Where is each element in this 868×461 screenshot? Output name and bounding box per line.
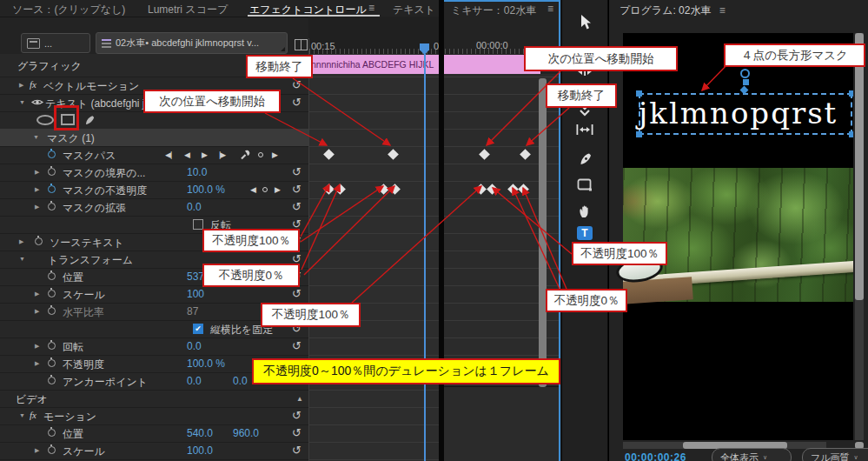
- rectangle-tool[interactable]: [577, 177, 593, 191]
- disclosure-chevron-icon[interactable]: ▶: [35, 291, 39, 297]
- add-keyframe-icon[interactable]: [262, 187, 268, 192]
- reset-parameter-icon[interactable]: ↺: [292, 287, 301, 300]
- stopwatch-icon[interactable]: [48, 446, 56, 454]
- reset-parameter-icon[interactable]: ↺: [292, 444, 301, 457]
- property-value[interactable]: 0.0: [233, 375, 248, 387]
- prev-keyframe-icon[interactable]: ◀: [250, 185, 255, 194]
- disclosure-chevron-icon[interactable]: ▼: [33, 134, 39, 140]
- collapse-section-icon[interactable]: ▲: [296, 395, 303, 403]
- disclosure-chevron-icon[interactable]: ▶: [19, 238, 23, 245]
- create-bezier-mask-pen-icon[interactable]: [83, 114, 96, 126]
- vertical-scrollbar-thumb[interactable]: [855, 33, 864, 300]
- reset-parameter-icon[interactable]: ↺: [292, 409, 301, 422]
- property-value[interactable]: 0.0: [187, 375, 202, 387]
- mask-rectangle[interactable]: [639, 93, 852, 135]
- stopwatch-icon[interactable]: [48, 429, 56, 437]
- reset-parameter-icon[interactable]: ↺: [292, 270, 301, 283]
- stopwatch-icon[interactable]: [48, 342, 56, 350]
- track-back-icon[interactable]: ◀: [184, 150, 189, 159]
- property-value[interactable]: 960.0: [233, 427, 259, 439]
- property-value[interactable]: 537.0: [187, 271, 213, 283]
- tab-mixer[interactable]: ミキサー：02水車: [451, 3, 536, 18]
- track-select-tool[interactable]: [577, 64, 593, 78]
- mask-handle[interactable]: [849, 131, 853, 137]
- vertical-scrollbar-track[interactable]: [855, 33, 864, 440]
- reset-parameter-icon[interactable]: ↺: [292, 235, 301, 248]
- ripple-edit-tool[interactable]: [578, 103, 592, 117]
- property-value[interactable]: 100.0 %: [187, 184, 225, 196]
- slip-tool[interactable]: [576, 124, 593, 136]
- checkbox[interactable]: ✔: [193, 324, 203, 334]
- type-tool[interactable]: T: [577, 226, 593, 240]
- disclosure-chevron-icon[interactable]: ▶: [35, 186, 39, 193]
- property-value[interactable]: 87: [187, 305, 198, 317]
- property-value[interactable]: 100: [187, 288, 204, 300]
- disclosure-chevron-icon[interactable]: ▼: [19, 99, 25, 105]
- stopwatch-icon[interactable]: [48, 168, 56, 176]
- next-keyframe-icon[interactable]: ▶: [275, 185, 280, 194]
- mask-expansion-handle[interactable]: [740, 69, 750, 78]
- track-mask-forward-icon[interactable]: |▶: [219, 150, 225, 159]
- reset-parameter-icon[interactable]: ↺: [292, 165, 301, 178]
- clip-bar-right[interactable]: [444, 55, 540, 74]
- disclosure-chevron-icon[interactable]: ▼: [19, 256, 25, 262]
- disclosure-chevron-icon[interactable]: ▶: [35, 308, 39, 315]
- disclosure-chevron-icon[interactable]: ▶: [35, 360, 39, 367]
- reset-parameter-icon[interactable]: ↺: [292, 183, 301, 196]
- stopwatch-icon[interactable]: [48, 359, 56, 367]
- stopwatch-icon[interactable]: [48, 272, 56, 280]
- reset-parameter-icon[interactable]: ↺: [292, 96, 301, 109]
- create-ellipse-mask-icon[interactable]: [36, 115, 54, 125]
- stopwatch-icon[interactable]: [48, 150, 56, 158]
- stopwatch-icon[interactable]: [48, 290, 56, 297]
- playback-quality-select[interactable]: フル画質 ∨: [802, 448, 868, 461]
- eye-visibility-icon[interactable]: [31, 98, 43, 107]
- reset-parameter-icon[interactable]: ↺: [292, 304, 301, 317]
- pen-tool[interactable]: [578, 151, 593, 167]
- program-timecode[interactable]: 00:00:00:26: [625, 451, 686, 461]
- mask-handle[interactable]: [636, 131, 642, 137]
- disclosure-chevron-icon[interactable]: ▶: [35, 169, 39, 176]
- next-keyframe-icon[interactable]: ▶: [272, 150, 277, 159]
- disclosure-chevron-icon[interactable]: ▶: [19, 82, 23, 89]
- reset-parameter-icon[interactable]: ↺: [292, 78, 301, 91]
- reset-parameter-icon[interactable]: ↺: [292, 252, 301, 265]
- checkbox[interactable]: [193, 219, 203, 230]
- disclosure-chevron-icon[interactable]: ▶: [35, 447, 39, 454]
- property-value[interactable]: 100.0: [187, 444, 213, 457]
- reset-parameter-icon[interactable]: ↺: [292, 374, 301, 387]
- stopwatch-icon[interactable]: [48, 203, 56, 210]
- ruler-ticks-right[interactable]: [445, 49, 559, 54]
- property-value[interactable]: 0.0: [187, 340, 202, 352]
- reset-parameter-icon[interactable]: ↺: [292, 339, 301, 352]
- reset-parameter-icon[interactable]: ↺: [292, 357, 301, 370]
- vertical-scrollbar-right-panel[interactable]: [539, 78, 547, 387]
- selection-tool[interactable]: [577, 14, 593, 31]
- mask-handle[interactable]: [636, 90, 642, 97]
- add-keyframe-icon[interactable]: [258, 152, 263, 157]
- track-forward-icon[interactable]: ▶: [202, 150, 207, 159]
- reset-parameter-icon[interactable]: ↺: [292, 217, 301, 230]
- stopwatch-icon[interactable]: [48, 307, 56, 315]
- disclosure-chevron-icon[interactable]: ▶: [35, 343, 39, 350]
- program-panel-menu-icon[interactable]: ≡: [719, 4, 726, 17]
- reset-parameter-icon[interactable]: ↺: [292, 200, 301, 213]
- property-value[interactable]: 540.0: [187, 427, 213, 439]
- reset-parameter-icon[interactable]: ↺: [292, 322, 301, 335]
- hand-tool[interactable]: [578, 204, 592, 219]
- property-value[interactable]: 100.0 %: [187, 357, 225, 370]
- property-value[interactable]: 0.0: [187, 201, 202, 213]
- stopwatch-icon[interactable]: [48, 185, 56, 193]
- disclosure-chevron-icon[interactable]: ▶: [35, 204, 39, 210]
- tracking-settings-wrench-icon[interactable]: [240, 150, 250, 160]
- stopwatch-icon[interactable]: [35, 237, 43, 245]
- stopwatch-icon[interactable]: [48, 377, 56, 384]
- zoom-level-select[interactable]: 全体表示 ∨: [712, 448, 792, 461]
- reset-parameter-icon[interactable]: ↺: [292, 426, 301, 439]
- mask-feather-handle[interactable]: [743, 79, 749, 85]
- mask-handle[interactable]: [849, 90, 853, 97]
- mixer-panel-menu-icon[interactable]: ≡: [547, 3, 553, 15]
- track-mask-back-icon[interactable]: ◀|: [165, 150, 171, 159]
- disclosure-chevron-icon[interactable]: ▼: [19, 412, 25, 418]
- property-value[interactable]: 10.0: [187, 166, 207, 178]
